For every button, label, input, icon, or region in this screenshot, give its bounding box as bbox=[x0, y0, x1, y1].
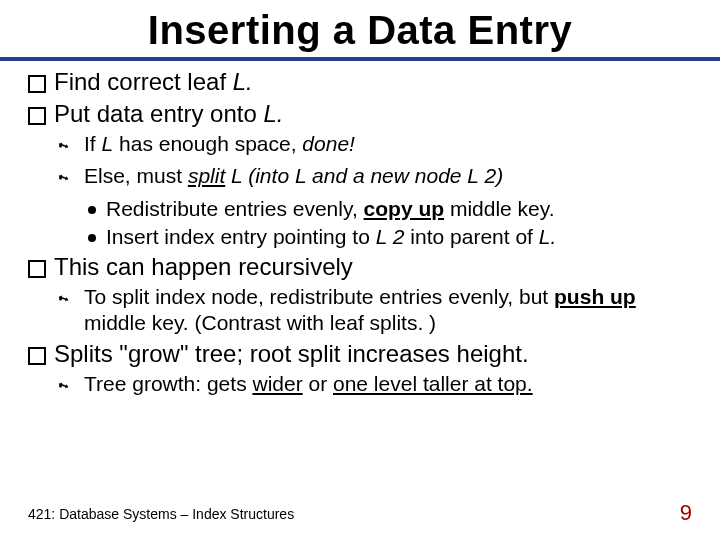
hand-bullet-icon bbox=[56, 288, 74, 314]
text: Splits "grow" tree; root split increases… bbox=[54, 339, 529, 369]
t: L. bbox=[539, 225, 557, 248]
subbullet-if-space: If L has enough space, done! bbox=[56, 131, 692, 161]
t: push up bbox=[554, 285, 636, 308]
page-number: 9 bbox=[680, 500, 692, 526]
t: or bbox=[303, 372, 333, 395]
t: L bbox=[102, 132, 114, 155]
t: Tree growth: gets bbox=[84, 372, 252, 395]
title-underline bbox=[0, 57, 720, 61]
subbullet-split-index: To split index node, redistribute entrie… bbox=[56, 284, 692, 337]
bullet-recursive: This can happen recursively bbox=[28, 252, 692, 282]
svg-point-1 bbox=[59, 177, 62, 180]
subsub-redistribute: Redistribute entries evenly, copy up mid… bbox=[88, 196, 692, 222]
subbullet-else-split: Else, must split L (into L and a new nod… bbox=[56, 163, 692, 193]
hand-bullet-icon bbox=[56, 375, 74, 401]
t: done! bbox=[302, 132, 355, 155]
text: Insert index entry pointing to L 2 into … bbox=[106, 224, 556, 250]
t: Else, must bbox=[84, 164, 188, 187]
text: Tree growth: gets wider or one level tal… bbox=[84, 371, 533, 397]
t: middle key. bbox=[444, 197, 555, 220]
text: To split index node, redistribute entrie… bbox=[84, 284, 692, 337]
footer-course: 421: Database Systems – Index Structures bbox=[28, 506, 294, 522]
t: If bbox=[84, 132, 102, 155]
t: wider bbox=[252, 372, 302, 395]
text: Else, must split L (into L and a new nod… bbox=[84, 163, 503, 189]
text: Put data entry onto L. bbox=[54, 99, 284, 129]
t: has enough space, bbox=[113, 132, 302, 155]
bullet-find-leaf: Find correct leaf L. bbox=[28, 67, 692, 97]
square-bullet-icon bbox=[28, 347, 46, 365]
hand-bullet-icon bbox=[56, 135, 74, 161]
t: one level taller at top. bbox=[333, 372, 533, 395]
square-bullet-icon bbox=[28, 260, 46, 278]
dot-bullet-icon bbox=[88, 206, 96, 214]
t: L 2 bbox=[376, 225, 405, 248]
text: Redistribute entries evenly, copy up mid… bbox=[106, 196, 555, 222]
t: middle key. (Contrast with leaf splits. … bbox=[84, 311, 436, 334]
slide: Inserting a Data Entry Find correct leaf… bbox=[0, 0, 720, 540]
text: This can happen recursively bbox=[54, 252, 353, 282]
bullet-splits-grow: Splits "grow" tree; root split increases… bbox=[28, 339, 692, 369]
dot-bullet-icon bbox=[88, 234, 96, 242]
text: Find correct leaf L. bbox=[54, 67, 253, 97]
text: If L has enough space, done! bbox=[84, 131, 355, 157]
t: L. bbox=[233, 68, 253, 95]
t: copy up bbox=[364, 197, 445, 220]
hand-bullet-icon bbox=[56, 167, 74, 193]
svg-point-2 bbox=[59, 298, 62, 301]
t: Insert index entry pointing to bbox=[106, 225, 376, 248]
bullet-put-entry: Put data entry onto L. bbox=[28, 99, 692, 129]
t: Put data entry onto bbox=[54, 100, 263, 127]
t: Redistribute entries evenly, bbox=[106, 197, 364, 220]
svg-point-3 bbox=[59, 384, 62, 387]
subbullet-tree-growth: Tree growth: gets wider or one level tal… bbox=[56, 371, 692, 401]
square-bullet-icon bbox=[28, 107, 46, 125]
svg-point-0 bbox=[59, 145, 62, 148]
t: L. bbox=[263, 100, 283, 127]
t: L (into L and a new node L 2) bbox=[225, 164, 503, 187]
slide-title: Inserting a Data Entry bbox=[28, 8, 692, 53]
square-bullet-icon bbox=[28, 75, 46, 93]
t: into parent of bbox=[405, 225, 539, 248]
subsub-insert-index: Insert index entry pointing to L 2 into … bbox=[88, 224, 692, 250]
t: Find correct leaf bbox=[54, 68, 233, 95]
t: split bbox=[188, 164, 225, 187]
t: To split index node, redistribute entrie… bbox=[84, 285, 554, 308]
